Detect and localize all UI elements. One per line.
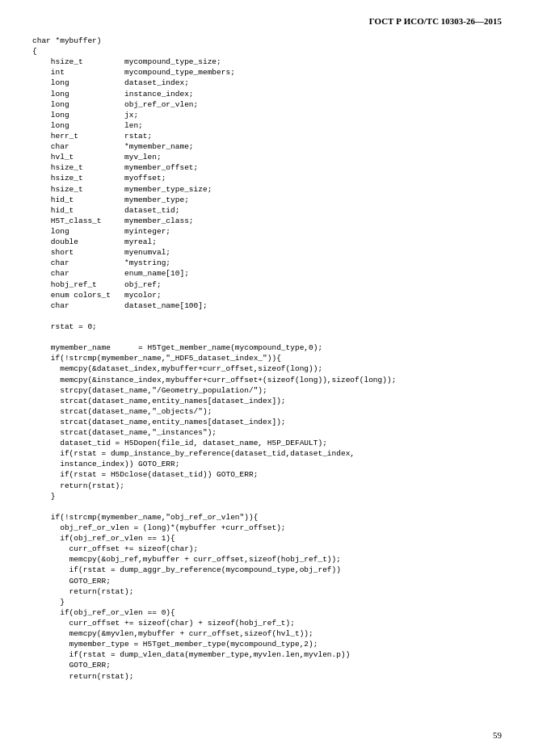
page-footer: 59: [493, 730, 502, 740]
code-block: char *mybuffer) { hsize_t mycompound_typ…: [32, 36, 502, 682]
page-container: ГОСТ Р ИСО/ТС 10303-26—2015 char *mybuff…: [0, 0, 534, 756]
page-header: ГОСТ Р ИСО/ТС 10303-26—2015: [32, 16, 502, 26]
page-number: 59: [493, 730, 502, 740]
document-title: ГОСТ Р ИСО/ТС 10303-26—2015: [369, 16, 502, 26]
